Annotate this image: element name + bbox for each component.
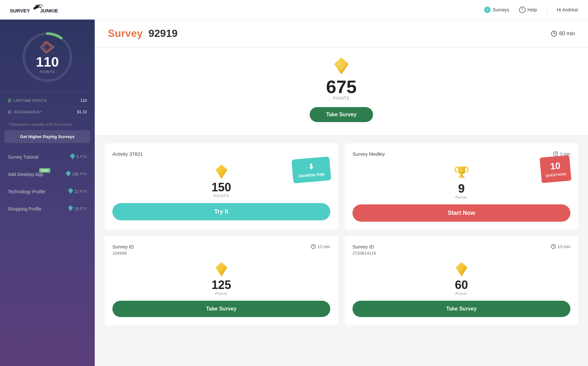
svg-text:★: ★	[460, 169, 463, 172]
svg-marker-8	[68, 188, 73, 194]
svg-marker-6	[70, 153, 75, 159]
medley-card-title: Survey Medley	[352, 151, 570, 157]
survey1-points-label: Points	[215, 292, 227, 295]
sidebar-item-desktop-left: Add Desktop App	[8, 172, 43, 177]
activity-card-points: 150 POINTS ⬇ Desktop App	[112, 158, 330, 203]
desktop-badge-icon: ⬇	[298, 162, 324, 172]
stats-area: LIFETIME POINTS 110 REDEEMABLE* $1.10	[0, 91, 95, 121]
hero-diamond-icon	[334, 57, 349, 74]
medley-points-num: 9	[458, 183, 465, 195]
questions-num: 10	[545, 160, 566, 172]
main-layout: 110 POINTS LIFETIME POINTS 110 REDEEMABL…	[0, 20, 588, 366]
tutorial-label: Survey Tutorial	[8, 154, 38, 160]
tutorial-diamond-icon	[70, 153, 75, 160]
lifetime-label: LIFETIME POINTS	[8, 99, 47, 103]
redemption-note: * Redemption is available at $5.00 minim…	[0, 121, 95, 130]
survey2-card-points: 60 Points	[352, 256, 570, 301]
medley-points-label: Points	[455, 195, 467, 199]
svg-marker-15	[216, 165, 227, 179]
svg-rect-20	[459, 176, 465, 178]
header: SURVEY JUNKIE ✓ Surveys ? Help Hi Andrea…	[0, 0, 588, 20]
main-content: Survey 92919 60 min	[95, 20, 588, 366]
help-nav[interactable]: ? Help	[519, 7, 537, 13]
activity-diamond-icon	[216, 165, 227, 179]
sidebar-item-tutorial[interactable]: Survey Tutorial 5 PTS	[0, 148, 95, 166]
survey-time: 60 min	[551, 30, 575, 37]
desktop-pts: 150 PTS	[66, 171, 87, 178]
survey1-take-survey-button[interactable]: Take Survey	[112, 301, 330, 317]
desktop-app-badge: ⬇ Desktop App	[291, 156, 331, 183]
clock-icon	[551, 30, 557, 37]
activity-points-label: POINTS	[214, 194, 229, 198]
points-circle-area: 110 POINTS	[0, 20, 95, 91]
survey2-points-num: 60	[455, 279, 468, 291]
survey2-card-id: 2720814116	[352, 251, 570, 256]
medley-card-points: ★ 9 Points 10 QUESTIONS	[352, 158, 570, 204]
sidebar-item-tutorial-left: Survey Tutorial	[8, 154, 38, 160]
survey-time-value: 60 min	[559, 31, 575, 37]
get-higher-button[interactable]: Get Higher Paying Surveys	[5, 130, 90, 143]
header-nav: ✓ Surveys ? Help Hi Andrea!	[484, 6, 578, 14]
redeemable-stat-row: REDEEMABLE* $1.10	[8, 106, 87, 118]
survey1-time-value: 12 min	[318, 244, 330, 249]
sidebar-item-tech[interactable]: Technology Profile 10 PTS	[0, 183, 95, 200]
start-now-button[interactable]: Start Now	[352, 204, 570, 222]
help-nav-label: Help	[528, 7, 537, 12]
survey-header: Survey 92919 60 min	[95, 20, 588, 48]
survey1-card-title: Survey ID	[112, 244, 330, 249]
surveys-nav[interactable]: ✓ Surveys	[484, 7, 509, 13]
desktop-badge-text: Desktop App	[299, 171, 325, 178]
tech-diamond-icon	[68, 188, 73, 195]
svg-marker-4	[41, 41, 54, 53]
lifetime-value: 110	[80, 98, 87, 103]
tech-label: Technology Profile	[8, 189, 45, 194]
redeemable-label: REDEEMABLE*	[8, 110, 41, 114]
logo-svg: SURVEY JUNKIE	[10, 3, 62, 16]
svg-text:SURVEY: SURVEY	[10, 8, 30, 13]
svg-marker-25	[216, 262, 227, 277]
shopping-label: Shopping Profile	[8, 206, 41, 212]
redeemable-value: $1.10	[77, 110, 87, 114]
survey2-take-survey-button[interactable]: Take Survey	[352, 301, 570, 317]
survey2-time-value: 13 min	[558, 244, 570, 249]
survey1-card-time: 12 min	[311, 244, 330, 249]
questions-badge: 10 QUESTIONS	[539, 155, 571, 183]
survey1-clock-icon	[311, 244, 316, 249]
help-globe-icon: ?	[519, 7, 526, 13]
survey2-diamond-icon	[456, 262, 467, 277]
sidebar: 110 POINTS LIFETIME POINTS 110 REDEEMABL…	[0, 20, 95, 366]
svg-marker-7	[66, 171, 71, 177]
svg-text:JUNKIE: JUNKIE	[40, 8, 58, 13]
surveys-check-icon: ✓	[484, 7, 491, 13]
page-title: Survey 92919	[108, 27, 178, 40]
questions-label: QUESTIONS	[546, 172, 566, 177]
desktop-diamond-icon	[66, 171, 71, 178]
survey-hero: 675 POINTS Take Survey	[95, 48, 588, 135]
survey2-clock-icon	[551, 244, 556, 249]
survey-title-dark: 92919	[146, 27, 178, 39]
hero-points-label: POINTS	[333, 96, 350, 101]
circle-points-num: 110	[36, 55, 59, 69]
sidebar-item-shopping-left: Shopping Profile	[8, 206, 41, 212]
survey1-card-id: 104948	[112, 251, 330, 256]
try-it-button[interactable]: Try It	[112, 203, 330, 220]
sidebar-item-shopping[interactable]: Shopping Profile 10 PTS	[0, 200, 95, 217]
header-greeting: Hi Andrea!	[557, 7, 578, 12]
sidebar-item-desktop[interactable]: NEW! Add Desktop App 150 PTS	[0, 166, 95, 183]
lifetime-stat-row: LIFETIME POINTS 110	[8, 95, 87, 106]
svg-marker-29	[456, 262, 467, 277]
medley-trophy-icon: ★	[454, 165, 469, 180]
card-medley: Survey Medley 3 min	[345, 143, 578, 230]
survey2-card-time: 13 min	[551, 244, 570, 249]
lifetime-dot	[8, 99, 11, 102]
survey2-points-label: Points	[455, 292, 467, 295]
card-survey1: Survey ID 104948 12 min	[105, 236, 338, 325]
tutorial-pts: 5 PTS	[70, 153, 87, 160]
sidebar-item-tech-left: Technology Profile	[8, 189, 45, 194]
hero-take-survey-button[interactable]: Take Survey	[310, 107, 373, 122]
sidebar-diamond-icon	[41, 41, 53, 54]
medley-clock-icon	[553, 151, 558, 156]
redeemable-dot	[8, 110, 11, 114]
activity-card-title: Activity 37821	[112, 151, 330, 157]
svg-marker-9	[68, 205, 73, 211]
